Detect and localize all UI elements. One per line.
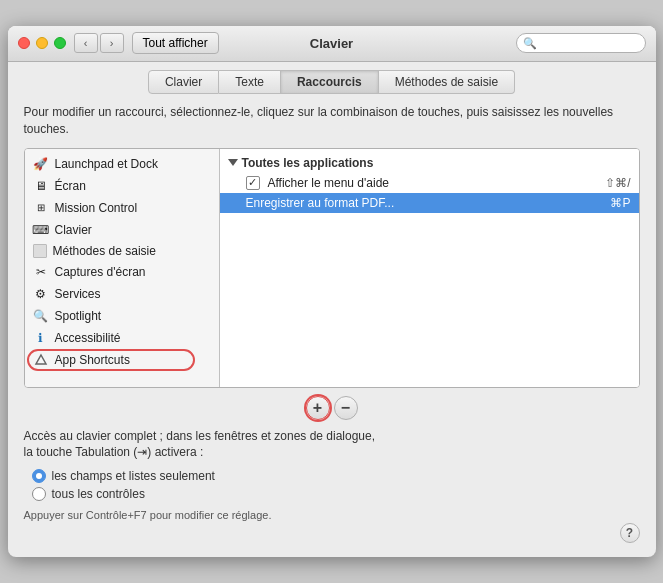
sidebar-label-spotlight: Spotlight [55,309,102,323]
forward-button[interactable]: › [100,33,124,53]
add-button[interactable]: + [306,396,330,420]
shortcut-item-enregistrer-pdf[interactable]: Enregistrer au format PDF... ⌘P [220,193,639,213]
sidebar-item-app-shortcuts[interactable]: App Shortcuts [25,349,219,371]
content-area: Pour modifier un raccourci, sélectionnez… [8,94,656,557]
bottom-section: Accès au clavier complet ; dans les fenê… [24,426,640,528]
radio-champs-listes-label: les champs et listes seulement [52,469,215,483]
close-button[interactable] [18,37,30,49]
remove-button[interactable]: − [334,396,358,420]
sidebar-label-accessibilite: Accessibilité [55,331,121,345]
shortcut-name-enregistrer-pdf: Enregistrer au format PDF... [246,196,603,210]
maximize-button[interactable] [54,37,66,49]
radio-tous-controles[interactable]: tous les contrôles [32,487,640,501]
nav-buttons: ‹ › [74,33,124,53]
help-button[interactable]: ? [620,523,640,543]
minimize-button[interactable] [36,37,48,49]
tab-clavier[interactable]: Clavier [148,70,219,94]
checkbox-menu-aide[interactable] [246,176,260,190]
sidebar-item-captures[interactable]: ✂ Captures d'écran [25,261,219,283]
main-window: ‹ › Tout afficher Clavier 🔍 Clavier Text… [8,26,656,557]
shortcut-key-menu-aide: ⇧⌘/ [605,176,630,190]
main-panel: 🚀 Launchpad et Dock 🖥 Écran ⊞ Mission Co… [24,148,640,388]
radio-champs-listes-circle [32,469,46,483]
sidebar-item-mission[interactable]: ⊞ Mission Control [25,197,219,219]
sidebar: 🚀 Launchpad et Dock 🖥 Écran ⊞ Mission Co… [25,149,220,387]
radio-tous-controles-circle [32,487,46,501]
toolbar-bottom: + − [24,388,640,426]
ecran-icon: 🖥 [33,178,49,194]
methodes-icon [33,244,47,258]
tabs-bar: Clavier Texte Raccourcis Méthodes de sai… [8,62,656,94]
group-label: Toutes les applications [242,156,374,170]
traffic-lights [18,37,66,49]
sidebar-item-methodes[interactable]: Méthodes de saisie [25,241,219,261]
spotlight-icon: 🔍 [33,308,49,324]
radio-group: les champs et listes seulement tous les … [32,469,640,501]
triangle-icon [228,159,238,166]
sidebar-label-mission: Mission Control [55,201,138,215]
sidebar-label-clavier: Clavier [55,223,92,237]
launchpad-icon: 🚀 [33,156,49,172]
sidebar-item-accessibilite[interactable]: ℹ Accessibilité [25,327,219,349]
services-icon: ⚙ [33,286,49,302]
tab-texte[interactable]: Texte [219,70,281,94]
sidebar-label-services: Services [55,287,101,301]
right-panel: Toutes les applications Afficher le menu… [220,149,639,387]
sidebar-item-ecran[interactable]: 🖥 Écran [25,175,219,197]
search-input[interactable] [540,36,639,50]
show-all-button[interactable]: Tout afficher [132,32,219,54]
search-icon: 🔍 [523,37,537,50]
accessibilite-icon: ℹ [33,330,49,346]
mission-icon: ⊞ [33,200,49,216]
shortcut-item-menu-aide[interactable]: Afficher le menu d'aide ⇧⌘/ [220,173,639,193]
clavier-icon: ⌨ [33,222,49,238]
bottom-title: Accès au clavier complet ; dans les fenê… [24,428,640,462]
sidebar-item-spotlight[interactable]: 🔍 Spotlight [25,305,219,327]
tab-methodes[interactable]: Méthodes de saisie [379,70,515,94]
sidebar-label-ecran: Écran [55,179,86,193]
group-header: Toutes les applications [220,153,639,173]
footer-note: Appuyer sur Contrôle+F7 pour modifier ce… [24,509,640,521]
shortcut-key-enregistrer-pdf: ⌘P [610,196,630,210]
description-text: Pour modifier un raccourci, sélectionnez… [24,104,640,138]
sidebar-label-app-shortcuts: App Shortcuts [55,353,130,367]
sidebar-label-captures: Captures d'écran [55,265,146,279]
sidebar-label-launchpad: Launchpad et Dock [55,157,158,171]
window-title: Clavier [310,36,353,51]
radio-tous-controles-label: tous les contrôles [52,487,145,501]
sidebar-item-launchpad[interactable]: 🚀 Launchpad et Dock [25,153,219,175]
sidebar-item-clavier[interactable]: ⌨ Clavier [25,219,219,241]
radio-champs-listes[interactable]: les champs et listes seulement [32,469,640,483]
sidebar-label-methodes: Méthodes de saisie [53,244,156,258]
shortcut-name-menu-aide: Afficher le menu d'aide [268,176,598,190]
app-shortcuts-icon [33,352,49,368]
captures-icon: ✂ [33,264,49,280]
sidebar-item-services[interactable]: ⚙ Services [25,283,219,305]
titlebar: ‹ › Tout afficher Clavier 🔍 [8,26,656,62]
back-button[interactable]: ‹ [74,33,98,53]
search-box[interactable]: 🔍 [516,33,646,53]
svg-marker-0 [36,355,46,364]
tab-raccourcis[interactable]: Raccourcis [281,70,379,94]
